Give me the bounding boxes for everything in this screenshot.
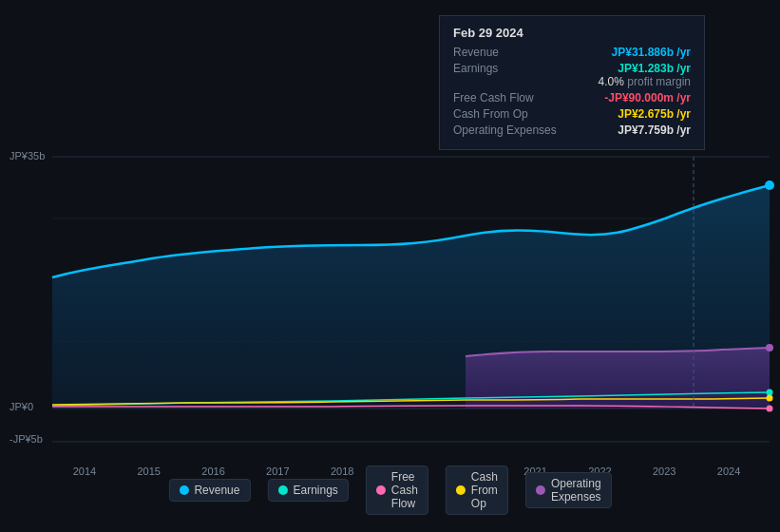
x-label-2015: 2015	[137, 466, 160, 477]
legend-dot-earnings	[277, 485, 287, 495]
tooltip-label-fcf: Free Cash Flow	[453, 91, 534, 104]
legend-item-earnings[interactable]: Earnings	[267, 479, 348, 502]
svg-point-10	[767, 406, 773, 412]
tooltip-row-cashop: Cash From Op JP¥2.675b /yr	[453, 107, 691, 121]
legend-item-opex[interactable]: Operating Expenses	[525, 472, 612, 508]
tooltip-label-revenue: Revenue	[453, 46, 499, 59]
tooltip-value-earnings: JP¥1.283b /yr	[618, 62, 691, 75]
x-label-2023: 2023	[653, 466, 675, 477]
y-label-top: JP¥35b	[10, 150, 45, 162]
svg-point-11	[767, 395, 773, 402]
y-label-mid: JP¥0	[10, 401, 33, 412]
legend-item-revenue[interactable]: Revenue	[168, 479, 250, 502]
y-label-bot: -JP¥5b	[10, 433, 43, 445]
tooltip-value-revenue: JP¥31.886b /yr	[612, 46, 691, 59]
legend-label-cashop: Cash From Op	[471, 470, 498, 510]
tooltip-row-revenue: Revenue JP¥31.886b /yr	[453, 46, 691, 59]
legend-dot-revenue	[179, 485, 188, 495]
legend-item-cashop[interactable]: Cash From Op	[446, 466, 508, 515]
tooltip-row-earnings: Earnings JP¥1.283b /yr 4.0% profit margi…	[453, 62, 691, 88]
chart-container: JP¥35b JP¥0 -JP¥5b 2014 2015 2016 2017 2…	[0, 0, 780, 532]
tooltip-value-fcf: -JP¥90.000m /yr	[604, 91, 691, 104]
tooltip-value-cashop: JP¥2.675b /yr	[618, 107, 691, 121]
tooltip-label-opex: Operating Expenses	[453, 124, 557, 137]
legend-label-earnings: Earnings	[293, 484, 337, 497]
tooltip-row-fcf: Free Cash Flow -JP¥90.000m /yr	[453, 91, 691, 104]
legend-label-revenue: Revenue	[194, 484, 239, 497]
svg-point-8	[766, 344, 773, 352]
chart-tooltip: Feb 29 2024 Revenue JP¥31.886b /yr Earni…	[439, 15, 705, 150]
tooltip-label-earnings: Earnings	[453, 62, 498, 75]
tooltip-label-cashop: Cash From Op	[453, 107, 528, 121]
legend-label-opex: Operating Expenses	[551, 477, 601, 504]
tooltip-profit-margin: 4.0% profit margin	[599, 75, 691, 88]
svg-point-9	[767, 390, 773, 396]
tooltip-value-opex: JP¥7.759b /yr	[618, 124, 691, 137]
svg-point-7	[765, 180, 774, 190]
legend-item-fcf[interactable]: Free Cash Flow	[366, 466, 428, 515]
legend-label-fcf: Free Cash Flow	[391, 470, 418, 510]
legend-dot-opex	[536, 485, 545, 495]
tooltip-date: Feb 29 2024	[453, 26, 691, 40]
chart-legend: Revenue Earnings Free Cash Flow Cash Fro…	[168, 466, 611, 515]
legend-dot-cashop	[456, 485, 466, 495]
x-label-2024: 2024	[717, 466, 740, 477]
tooltip-row-opex: Operating Expenses JP¥7.759b /yr	[453, 124, 691, 137]
x-label-2014: 2014	[73, 466, 96, 477]
legend-dot-fcf	[376, 485, 386, 495]
